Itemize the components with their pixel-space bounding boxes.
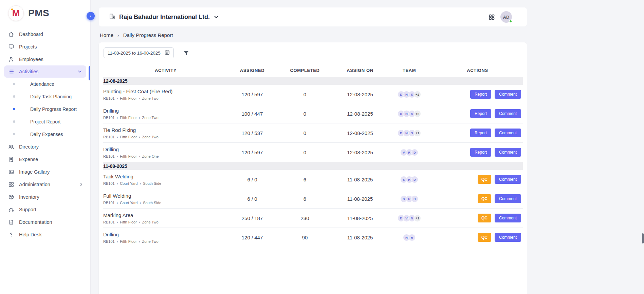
chevron-down-icon	[77, 68, 83, 75]
team-member-avatar[interactable]: R	[408, 234, 416, 241]
sidebar-item-help-desk[interactable]: Help Desk	[0, 228, 90, 241]
team-overflow-badge[interactable]: +2	[414, 215, 421, 222]
comment-button[interactable]: Comment	[495, 148, 521, 157]
sidebar-item-image-gallary[interactable]: Image Gallary	[0, 165, 90, 178]
sidebar-item-label: Documentation	[19, 219, 52, 225]
activity-cell: Full WeldingRB101›Court Yard›South Side	[103, 190, 228, 208]
qc-button[interactable]: QC	[478, 233, 491, 242]
sidebar-item-administration[interactable]: Administration	[0, 178, 90, 191]
team-member-avatar[interactable]: D	[411, 195, 418, 202]
path-segment: Zone Two	[142, 96, 159, 100]
team-overflow-badge[interactable]: +2	[414, 110, 421, 117]
sidebar-collapse-button[interactable]: ‹	[87, 12, 95, 20]
activity-location-path: RB101›Fifth Floor›Zone Two	[103, 239, 226, 243]
activity-name: Full Welding	[103, 193, 226, 199]
sidebar-item-documentation[interactable]: Documentation	[0, 216, 90, 228]
chevron-right-icon: ›	[139, 154, 140, 158]
sidebar-item-label: Directory	[19, 144, 39, 150]
table-row: Full WeldingRB101›Court Yard›South Side6…	[103, 189, 523, 209]
company-selector[interactable]: Raja Bahadur International Ltd.	[109, 13, 219, 21]
chevron-right-icon: ›	[117, 239, 118, 243]
comment-button[interactable]: Comment	[495, 233, 521, 242]
filter-icon[interactable]	[183, 50, 189, 56]
sidebar-subitem-label: Daily Expenses	[30, 132, 63, 137]
qc-button[interactable]: QC	[478, 214, 491, 222]
report-button[interactable]: Report	[470, 109, 491, 118]
employees-icon	[8, 56, 14, 62]
actions-cell: QCComment	[432, 175, 523, 184]
page-scrollbar-thumb[interactable]	[642, 233, 644, 243]
comment-button[interactable]: Comment	[495, 194, 521, 203]
sidebar-item-daily-task-planning[interactable]: Daily Task Planning	[0, 90, 90, 103]
team-overflow-badge[interactable]: +2	[414, 130, 421, 137]
sidebar-item-inventory[interactable]: Inventory	[0, 191, 90, 203]
table-row: DrillingRB101›Fifth Floor›Zone Two100 / …	[103, 104, 523, 123]
comment-button[interactable]: Comment	[495, 129, 521, 137]
activity-location-path: RB101›Fifth Floor›Zone Two	[103, 116, 226, 120]
apps-grid-icon[interactable]	[489, 14, 495, 20]
sidebar-item-project-report[interactable]: Project Report	[0, 115, 90, 128]
assigned-cell: 120 / 447	[228, 235, 276, 240]
activity-cell: DrillingRB101›Fifth Floor›Zone Two	[103, 105, 228, 122]
sidebar-item-activities[interactable]: Activities	[4, 65, 86, 78]
sidebar-item-daily-progress-report[interactable]: Daily Progress Report	[0, 103, 90, 115]
completed-cell: 6	[276, 196, 334, 202]
report-button[interactable]: Report	[470, 148, 491, 157]
assign-on-cell: 11-08-2025	[334, 177, 386, 182]
assign-on-cell: 11-08-2025	[334, 196, 386, 202]
column-header-completed: COMPLETED	[276, 68, 334, 73]
breadcrumb-home[interactable]: Home	[100, 32, 113, 38]
logo: M PMS	[0, 0, 90, 24]
activity-cell: Painting - First Coat (Fire Red)RB101›Fi…	[103, 86, 228, 103]
chevron-right-icon: ›	[139, 135, 140, 139]
chevron-right-icon: ›	[140, 201, 141, 205]
comment-button[interactable]: Comment	[495, 90, 521, 99]
comment-button[interactable]: Comment	[495, 214, 521, 222]
report-button[interactable]: Report	[470, 90, 491, 99]
comment-button[interactable]: Comment	[495, 175, 521, 184]
path-segment: RB101	[103, 135, 115, 139]
team-member-avatar[interactable]: D	[411, 149, 418, 156]
chevron-right-icon: ›	[117, 135, 118, 139]
sidebar-item-attendance[interactable]: Attendance	[0, 78, 90, 90]
qc-button[interactable]: QC	[478, 175, 491, 184]
sidebar-item-dashboard[interactable]: Dashboard	[0, 28, 90, 40]
team-cell: NR	[386, 234, 432, 241]
path-segment: RB101	[103, 239, 115, 243]
completed-cell: 6	[276, 177, 334, 182]
qc-button[interactable]: QC	[478, 194, 491, 203]
chevron-right-icon: ›	[117, 33, 119, 38]
assigned-cell: 100 / 447	[228, 111, 276, 117]
team-cell: DVN+2	[386, 215, 432, 222]
sidebar-item-directory[interactable]: Directory	[0, 140, 90, 153]
sidebar-item-daily-expenses[interactable]: Daily Expenses	[0, 128, 90, 140]
path-segment: South Side	[143, 181, 161, 185]
path-segment: Zone Two	[142, 135, 159, 139]
avatar[interactable]: AD	[500, 11, 512, 23]
path-segment: Zone Two	[142, 116, 159, 120]
sidebar-item-support[interactable]: Support	[0, 203, 90, 216]
path-segment: Fifth Floor	[120, 239, 137, 243]
documentation-icon	[8, 219, 14, 225]
page-scrollbar-track[interactable]	[641, 0, 644, 294]
breadcrumb-current: Daily Progress Report	[123, 32, 173, 38]
table-row: Marking AreaRB101›Fifth Floor›Zone Two25…	[103, 209, 523, 228]
completed-cell: 0	[276, 150, 334, 155]
sidebar-item-projects[interactable]: Projects	[0, 40, 90, 53]
sidebar-item-expense[interactable]: Expense	[0, 153, 90, 165]
team-member-avatar[interactable]: D	[411, 176, 418, 183]
sidebar-item-employees[interactable]: Employees	[0, 53, 90, 65]
team-overflow-badge[interactable]: +2	[414, 91, 421, 98]
activity-name: Drilling	[103, 232, 226, 237]
report-button[interactable]: Report	[470, 129, 491, 137]
date-group-header: 11-08-2025	[103, 162, 523, 170]
comment-button[interactable]: Comment	[495, 109, 521, 118]
bullet-dot	[13, 133, 15, 135]
path-segment: Court Yard	[120, 201, 137, 205]
activity-name: Tie Rod Fixing	[103, 127, 226, 133]
completed-cell: 0	[276, 111, 334, 117]
table-row: Painting - First Coat (Fire Red)RB101›Fi…	[103, 85, 523, 104]
date-range-input[interactable]: 11-08-2025 to 16-08-2025	[104, 47, 174, 58]
assigned-cell: 120 / 537	[228, 130, 276, 136]
actions-cell: ReportComment	[432, 109, 523, 118]
